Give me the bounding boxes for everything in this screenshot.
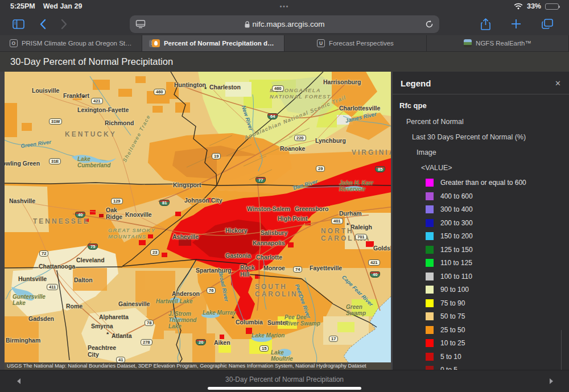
legend-class-label: 90 to 100	[440, 286, 469, 294]
legend-class-row: 300 to 400	[426, 205, 563, 213]
legend-close-icon[interactable]: ✕	[555, 79, 561, 88]
legend-renderer-type: Image	[417, 148, 563, 156]
battery-icon	[545, 3, 559, 10]
ipad-screen: 5:25PM Wed Jan 29 ••• 33%	[0, 0, 569, 392]
legend-class-row: 75 to 90	[426, 299, 563, 307]
legend-sublayer-name: Percent of Normal	[406, 118, 563, 126]
legend-swatch	[426, 339, 434, 347]
footer-tab-label: 30-Day Percent of Normal Precipitation	[0, 370, 569, 383]
tab-label: PRISM Climate Group at Oregon State...	[22, 40, 132, 47]
tab-bar: OPRISM Climate Group at Oregon State...✕…	[0, 35, 569, 51]
browser-tab-2[interactable]: UForecast Perspectives	[284, 35, 427, 51]
share-icon[interactable]	[481, 18, 490, 30]
page-title: 30-Day Percent of Normal Precipitation	[10, 56, 173, 67]
legend-class-label: 75 to 90	[440, 299, 465, 307]
browser-tab-0[interactable]: OPRISM Climate Group at Oregon State...	[0, 35, 142, 51]
legend-class-row: 50 to 75	[426, 312, 563, 320]
legend-class-label: 200 to 300	[440, 219, 473, 227]
dashboard-header: 30-Day Percent of Normal Precipitation	[0, 51, 569, 72]
legend-swatch	[426, 259, 434, 267]
legend-swatch	[426, 353, 434, 361]
legend-class-row: 90 to 100	[426, 286, 563, 294]
home-indicator[interactable]	[208, 387, 361, 390]
map-attribution: USGS The National Map: National Boundari…	[5, 362, 391, 370]
legend-swatch	[426, 232, 434, 240]
legend-class-row: 100 to 110	[426, 273, 563, 280]
address-bar[interactable]: nifc.maps.arcgis.com	[130, 15, 439, 33]
precipitation-map	[5, 72, 391, 362]
legend-class-label: 110 to 125	[440, 259, 472, 267]
status-dots: •••	[0, 3, 569, 10]
tab-favicon-box-icon: U	[317, 39, 325, 47]
legend-class-row: 0 to 5	[426, 366, 563, 370]
legend-title: Legend	[401, 79, 431, 88]
tab-overview-icon[interactable]	[542, 19, 553, 29]
legend-class-label: 300 to 400	[440, 205, 473, 213]
legend-swatch	[426, 273, 434, 280]
legend-class-label: 150 to 200	[440, 232, 473, 240]
lock-icon	[245, 21, 250, 28]
tab-favicon-flame-icon	[152, 39, 160, 47]
legend-class-label: 25 to 50	[440, 326, 465, 334]
legend-classes: Greater than or equal to 600400 to 60030…	[398, 179, 563, 370]
legend-layer-name: Rfc qpe	[399, 101, 563, 110]
legend-class-row: 150 to 200	[426, 232, 563, 240]
reload-icon[interactable]	[425, 20, 434, 28]
legend-class-row: 25 to 50	[426, 326, 563, 334]
legend-swatch	[426, 192, 434, 200]
legend-swatch	[426, 179, 434, 187]
legend-class-label: 100 to 110	[440, 273, 472, 280]
legend-variable-name: Last 30 Days Percent of Normal (%)	[412, 133, 563, 141]
new-tab-icon[interactable]	[511, 19, 521, 29]
sidebar-toggle-icon[interactable]	[13, 19, 24, 29]
legend-swatch	[426, 286, 434, 294]
legend-swatch	[426, 299, 434, 307]
dashboard-footer: 30-Day Percent of Normal Precipitation	[0, 370, 569, 392]
tab-favicon-earth-icon	[464, 39, 472, 47]
status-bar: 5:25PM Wed Jan 29 ••• 33%	[0, 0, 569, 13]
forward-button-icon[interactable]	[61, 19, 68, 30]
browser-tab-1[interactable]: ✕Percent of Normal Precipitation dashb..…	[142, 35, 284, 51]
legend-swatch	[426, 312, 434, 320]
legend-class-row: Greater than or equal to 600	[426, 179, 563, 187]
legend-class-label: 0 to 5	[440, 366, 457, 370]
legend-class-row: 10 to 25	[426, 339, 563, 347]
tab-label: Percent of Normal Precipitation dashb...	[164, 40, 274, 47]
footer-next-arrow-icon[interactable]	[550, 378, 553, 384]
browser-toolbar: nifc.maps.arcgis.com	[0, 13, 569, 35]
tab-label: Forecast Perspectives	[329, 40, 394, 47]
tab-label: NGFS RealEarth™	[476, 40, 531, 47]
legend-class-row: 110 to 125	[426, 259, 563, 267]
legend-swatch	[426, 246, 434, 254]
legend-value-header: <VALUE>	[421, 164, 563, 172]
legend-swatch	[426, 326, 434, 334]
legend-class-row: 5 to 10	[426, 353, 563, 361]
browser-tab-3[interactable]: NGFS RealEarth™	[427, 35, 569, 51]
legend-class-label: 125 to 150	[440, 246, 473, 254]
footer-prev-arrow-icon[interactable]	[17, 378, 20, 384]
legend-scrollbar[interactable]	[561, 330, 569, 370]
tab-favicon-box-icon: O	[10, 39, 18, 47]
back-button-icon[interactable]	[39, 19, 46, 30]
legend-class-label: Greater than or equal to 600	[440, 179, 526, 187]
legend-panel: Legend ✕ Rfc qpe Percent of Normal Last …	[393, 72, 569, 370]
legend-class-row: 125 to 150	[426, 246, 563, 254]
legend-class-label: 400 to 600	[440, 192, 473, 200]
legend-swatch	[426, 366, 434, 370]
legend-class-label: 10 to 25	[440, 339, 465, 347]
legend-class-row: 400 to 600	[426, 192, 563, 200]
map-canvas[interactable]: LouisvilleFrankfort★Lexington-FayetteRic…	[5, 72, 391, 370]
legend-class-row: 200 to 300	[426, 219, 563, 227]
legend-swatch	[426, 205, 434, 213]
legend-class-label: 50 to 75	[440, 312, 465, 320]
url-text: nifc.maps.arcgis.com	[253, 20, 325, 28]
legend-class-label: 5 to 10	[440, 353, 461, 361]
legend-swatch	[426, 219, 434, 227]
